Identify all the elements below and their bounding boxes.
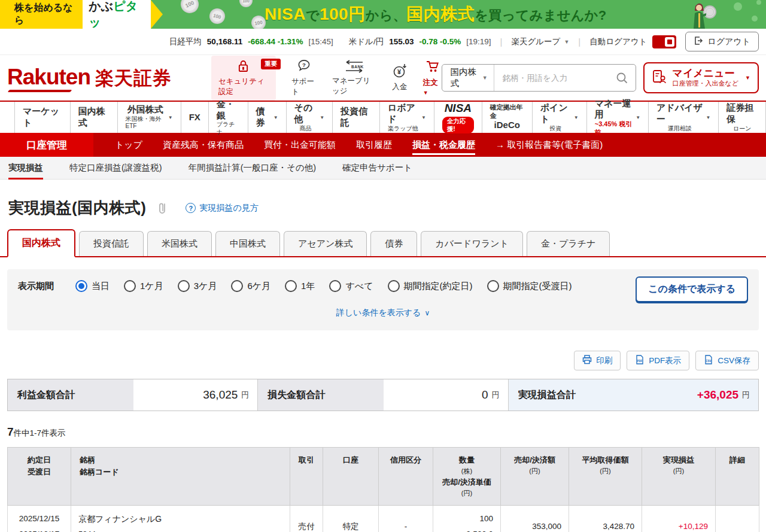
promo-banner[interactable]: 株を始めるなら かぶピタッ 100 100 100 100 NISAで100円か… bbox=[0, 0, 766, 29]
caret-down-icon: ▼ bbox=[745, 75, 750, 81]
col-amount: 売却/決済額(円) bbox=[501, 448, 569, 506]
page-head: 実現損益(国内株式) 実現損益の見方 bbox=[8, 197, 766, 218]
filter-panel: 表示期間 当日 1ケ月 3ケ月 6ケ月 1年 すべて 期間指定(約定日) 期間指… bbox=[7, 269, 759, 330]
auto-logout-toggle[interactable] bbox=[652, 35, 676, 48]
tab-asean-stock[interactable]: アセアン株式 bbox=[284, 231, 367, 256]
col-detail: 詳細 bbox=[716, 448, 759, 506]
csv-button[interactable]: CSV CSV保存 bbox=[695, 351, 759, 370]
order-label: 注文 ▼ bbox=[423, 78, 442, 96]
search-category-select[interactable]: 国内株式 ▼ bbox=[442, 65, 494, 91]
radio-button bbox=[178, 280, 190, 292]
rednav-item-pl-tax-history[interactable]: 損益・税金履歴 bbox=[412, 133, 475, 157]
promo-main-text: NISAで100円から、国内株式を買ってみませんか? bbox=[265, 3, 607, 26]
rednav-item-buying-power[interactable]: 買付・出金可能額 bbox=[264, 133, 336, 157]
subtab-realized-pl[interactable]: 実現損益 bbox=[8, 157, 43, 180]
tab-china-stock[interactable]: 中国株式 bbox=[215, 231, 280, 256]
nav-item-foreign-stock[interactable]: 外国株式米国株・海外ETF▼ bbox=[117, 102, 181, 133]
nikkei-time: [15:45] bbox=[309, 37, 333, 46]
caret-down-icon: ▼ bbox=[706, 115, 710, 120]
nikkei-label: 日経平均 bbox=[169, 37, 202, 47]
nav-item-other-products[interactable]: その他商品▼ bbox=[286, 102, 333, 133]
coin-icon: 100 bbox=[178, 0, 202, 16]
pdf-button[interactable]: PDF PDF表示 bbox=[627, 351, 689, 370]
nav-item-domestic-stock[interactable]: 国内株式 bbox=[70, 102, 117, 133]
nav-item-gold-platinum[interactable]: 金・銀プラチナ bbox=[208, 102, 248, 133]
csv-file-icon: CSV bbox=[704, 355, 713, 366]
radio-button bbox=[388, 280, 400, 292]
caret-down-icon: ▼ bbox=[564, 39, 569, 45]
nav-item-fx[interactable]: FX bbox=[181, 102, 208, 133]
nav-item-bonds[interactable]: 債券▼ bbox=[248, 102, 286, 133]
tab-domestic-stock[interactable]: 国内株式 bbox=[7, 229, 75, 257]
radio-option-1month[interactable]: 1ケ月 bbox=[124, 280, 163, 292]
search-icon[interactable] bbox=[613, 72, 636, 84]
nav-item-roboad[interactable]: ロボアド楽ラップ他▼ bbox=[379, 102, 434, 133]
col-dates: 約定日受渡日 bbox=[8, 448, 71, 506]
logout-button[interactable]: ログアウト bbox=[685, 32, 759, 51]
svg-text:PDF: PDF bbox=[637, 360, 643, 363]
radio-option-1year[interactable]: 1年 bbox=[285, 280, 315, 292]
radio-option-3months[interactable]: 3ケ月 bbox=[178, 280, 217, 292]
rakuten-logo[interactable]: Rakuten 楽天証券 bbox=[7, 65, 172, 91]
help-link[interactable]: 実現損益の見方 bbox=[186, 203, 258, 214]
moneybridge-link[interactable]: BANK マネーブリッジ bbox=[332, 60, 376, 96]
nisa-support-badge: 全力応援! bbox=[442, 117, 474, 133]
nav-item-money-management[interactable]: マネー運用~3.45% 税引前▼ bbox=[586, 102, 648, 133]
security-settings-link[interactable]: 重要 セキュリティ設定 bbox=[211, 56, 276, 101]
chevron-down-icon: ∨ bbox=[424, 309, 430, 317]
toggle-knob bbox=[665, 37, 674, 47]
leaf-deco bbox=[734, 2, 742, 11]
tab-gold-platinum[interactable]: 金・プラチナ bbox=[527, 231, 610, 256]
tab-bonds[interactable]: 債券 bbox=[370, 231, 417, 256]
person-illustration bbox=[688, 1, 719, 29]
support-link[interactable]: ? サポート bbox=[291, 59, 317, 97]
radio-button bbox=[124, 280, 136, 292]
auto-logout-label: 自動ログアウト bbox=[589, 37, 647, 47]
mymenu-button[interactable]: マイメニュー 口座管理・入出金など ▼ bbox=[643, 62, 759, 94]
tab-covered-warrant[interactable]: カバードワラント bbox=[421, 231, 522, 256]
nav-item-advisor[interactable]: アドバイザー運用相談▼ bbox=[648, 102, 718, 133]
search-input[interactable] bbox=[494, 74, 613, 83]
show-details-link[interactable]: 詳しい条件を表示する∨ bbox=[18, 308, 748, 318]
radio-button bbox=[285, 280, 297, 292]
tab-mutual-funds[interactable]: 投資信託 bbox=[79, 231, 144, 256]
nav-item-ideco[interactable]: 確定拠出年金iDeCo bbox=[482, 102, 532, 133]
nav-item-nisa[interactable]: NISA全力応援! bbox=[434, 102, 482, 133]
nav-item-point-investment[interactable]: ポイント投資▼ bbox=[532, 102, 586, 133]
leaf-deco bbox=[756, 0, 761, 5]
rakuten-group-dropdown[interactable]: 楽天グループ▼ bbox=[511, 37, 569, 47]
subtab-tax-return-support[interactable]: 確定申告サポート bbox=[342, 157, 412, 180]
svg-text:¥: ¥ bbox=[397, 68, 402, 75]
subtab-specific-account-pl[interactable]: 特定口座損益(譲渡益税) bbox=[69, 157, 162, 180]
rednav-item-assets[interactable]: 資産残高・保有商品 bbox=[163, 133, 244, 157]
subtab-annual-pl[interactable]: 年間損益計算(一般口座・その他) bbox=[189, 157, 316, 180]
account-nav-items: トップ 資産残高・保有商品 買付・出金可能額 取引履歴 損益・税金履歴 → 取引… bbox=[93, 133, 603, 157]
tab-us-stock[interactable]: 米国株式 bbox=[147, 231, 212, 256]
usdjpy-change: -0.78 -0.5% bbox=[419, 37, 461, 46]
radio-option-period-settle-date[interactable]: 期間指定(受渡日) bbox=[487, 280, 572, 292]
radio-option-6months[interactable]: 6ケ月 bbox=[231, 280, 270, 292]
radio-button bbox=[329, 280, 341, 292]
nav-item-securities-loan[interactable]: 証券担保ローン bbox=[718, 102, 766, 133]
caret-down-icon: ▼ bbox=[320, 115, 324, 120]
apply-filter-button[interactable]: この条件で表示する bbox=[636, 276, 748, 302]
detail-cell bbox=[716, 506, 759, 532]
table-row: 2025/12/152025/12/17 京都フィナンシャルG5844 売付 特… bbox=[8, 506, 759, 532]
coin-icon: 100 bbox=[239, 0, 253, 7]
print-button[interactable]: 印刷 bbox=[574, 351, 621, 370]
radio-button bbox=[487, 280, 499, 292]
radio-option-period-trade-date[interactable]: 期間指定(約定日) bbox=[388, 280, 473, 292]
radio-option-today[interactable]: 当日 bbox=[75, 280, 110, 292]
account-cell: 特定 bbox=[323, 506, 379, 532]
rednav-item-trade-history[interactable]: 取引履歴 bbox=[356, 133, 392, 157]
market-ticker-bar: 日経平均 50,168.11 -668.44 -1.31% [15:45] 米ド… bbox=[0, 29, 766, 55]
rednav-item-trade-reports[interactable]: → 取引報告書等(電子書面) bbox=[496, 133, 603, 157]
deposit-link[interactable]: ¥ 入金 bbox=[392, 63, 408, 92]
nav-item-market[interactable]: マーケット bbox=[14, 102, 70, 133]
order-menu[interactable]: 注文 ▼ bbox=[423, 59, 442, 96]
nav-item-mutual-funds[interactable]: 投資信託 bbox=[332, 102, 379, 133]
paperclip-icon[interactable] bbox=[157, 202, 169, 215]
rednav-item-top[interactable]: トップ bbox=[115, 133, 142, 157]
radio-option-all[interactable]: すべて bbox=[329, 280, 373, 292]
rakuten-logo-en: Rakuten bbox=[7, 65, 90, 90]
